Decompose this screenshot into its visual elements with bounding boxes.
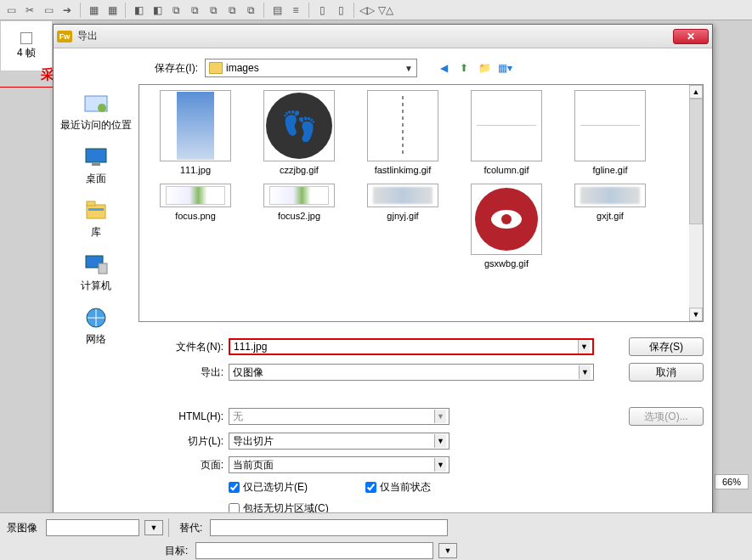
dialog-main: 保存在(I): images ▼ ◀ ⬆ 📁 ▦▾ 111.jpg 👣czzjb: [139, 48, 712, 524]
target-dropdown[interactable]: ▼: [438, 543, 457, 558]
save-in-combo[interactable]: images ▼: [205, 59, 417, 77]
filename-value: 111.jpg: [234, 341, 267, 353]
chevron-down-icon[interactable]: ▼: [579, 365, 591, 379]
tb-group3-icon[interactable]: ⧉: [206, 3, 221, 18]
scroll-down-icon[interactable]: ▼: [689, 308, 703, 321]
place-network[interactable]: 网络: [82, 305, 110, 347]
cb-label: 仅当前状态: [380, 480, 431, 495]
slice-label: 切片(L):: [139, 434, 223, 449]
chevron-down-icon[interactable]: ▼: [434, 410, 446, 423]
filename-label: 文件名(N):: [139, 340, 223, 354]
back-icon[interactable]: ◀: [436, 60, 451, 76]
network-icon: [82, 305, 110, 331]
slice-combo[interactable]: 导出切片 ▼: [229, 433, 450, 450]
tb-doc1-icon[interactable]: ▯: [314, 3, 330, 18]
zoom-display[interactable]: 66%: [715, 474, 749, 489]
file-item[interactable]: gjnyj.gif: [362, 184, 444, 269]
svg-rect-6: [88, 208, 104, 211]
up-icon[interactable]: ⬆: [456, 60, 472, 76]
cb-selected-slices[interactable]: [229, 482, 240, 493]
file-list[interactable]: 111.jpg 👣czzjbg.gif fastlinkimg.gif fcol…: [139, 84, 704, 322]
save-in-label: 保存在(I):: [139, 61, 198, 76]
scrollbar[interactable]: ▲ ▼: [689, 85, 703, 321]
file-item[interactable]: fgline.gif: [569, 90, 651, 175]
scroll-up-icon[interactable]: ▲: [689, 85, 703, 99]
tb-group1-icon[interactable]: ⧉: [168, 3, 184, 18]
html-label: HTML(H):: [139, 410, 223, 422]
frames-panel: 4 帧: [0, 20, 53, 71]
tb-grid1-icon[interactable]: ▦: [86, 3, 101, 18]
cb-current-state[interactable]: [365, 482, 376, 493]
tb-group5-icon[interactable]: ⧉: [243, 3, 258, 18]
svg-rect-4: [87, 205, 105, 218]
bg-image-label: 景图像: [7, 521, 41, 535]
places-sidebar: 最近访问的位置 桌面 库 计算机 网络: [54, 48, 139, 524]
folder-icon: [209, 62, 223, 74]
tb-align-icon[interactable]: ≡: [288, 3, 303, 18]
file-item[interactable]: fastlinkimg.gif: [362, 90, 444, 175]
place-computer[interactable]: 计算机: [81, 252, 111, 293]
alt-label: 替代:: [179, 521, 205, 535]
svg-rect-5: [87, 201, 95, 206]
cancel-button[interactable]: 取消: [629, 363, 704, 382]
export-combo[interactable]: 仅图像 ▼: [229, 364, 594, 381]
place-library[interactable]: 库: [82, 198, 110, 240]
new-folder-icon[interactable]: 📁: [477, 60, 492, 76]
tb-new-icon[interactable]: ▭: [3, 3, 19, 18]
tb-flip-h-icon[interactable]: ◁▷: [359, 3, 375, 18]
options-button[interactable]: 选项(O)...: [629, 407, 704, 426]
dialog-title: 导出: [77, 29, 673, 43]
file-item[interactable]: 👣czzjbg.gif: [258, 90, 340, 175]
place-recent[interactable]: 最近访问的位置: [60, 91, 132, 133]
file-item[interactable]: gsxwbg.gif: [466, 184, 547, 269]
place-desktop[interactable]: 桌面: [82, 144, 110, 186]
save-button[interactable]: 保存(S): [629, 337, 704, 356]
scroll-handle[interactable]: [689, 99, 703, 224]
tb-page-icon[interactable]: ▭: [41, 3, 56, 18]
chevron-down-icon: ▼: [404, 64, 413, 73]
red-line: [0, 87, 53, 88]
tb-arrow-icon[interactable]: ➔: [59, 3, 75, 18]
svg-rect-3: [92, 163, 100, 166]
location-tools: ◀ ⬆ 📁 ▦▾: [436, 60, 512, 76]
chevron-down-icon[interactable]: ▼: [434, 434, 446, 448]
view-menu-icon[interactable]: ▦▾: [497, 60, 512, 76]
html-combo[interactable]: 无 ▼: [229, 408, 450, 425]
file-item[interactable]: gxjt.gif: [569, 184, 651, 269]
library-icon: [82, 198, 110, 223]
tb-group2-icon[interactable]: ⧉: [187, 3, 202, 18]
file-item[interactable]: fcolumn.gif: [466, 90, 547, 175]
tb-grid2-icon[interactable]: ▦: [105, 3, 120, 18]
tb-cut-icon[interactable]: ✂: [22, 3, 37, 18]
dialog-titlebar: Fw 导出 ✕: [54, 25, 712, 48]
bg-image-dropdown[interactable]: ▼: [144, 520, 163, 535]
svg-rect-2: [86, 149, 106, 162]
tb-doc2-icon[interactable]: ▯: [333, 3, 348, 18]
bg-image-input[interactable]: [46, 519, 139, 536]
tb-group4-icon[interactable]: ⧉: [224, 3, 240, 18]
file-item[interactable]: 111.jpg: [155, 90, 236, 175]
target-label: 目标:: [165, 544, 190, 558]
svg-point-1: [98, 104, 106, 112]
chevron-down-icon[interactable]: ▼: [434, 458, 446, 472]
place-label: 最近访问的位置: [60, 118, 132, 133]
app-toolbar: ▭ ✂ ▭ ➔ ▦ ▦ ◧ ◧ ⧉ ⧉ ⧉ ⧉ ⧉ ▤ ≡ ▯ ▯ ◁▷ ▽△: [0, 0, 752, 20]
properties-panel: 景图像 ▼ 替代: 目标: ▼: [0, 512, 752, 560]
file-item[interactable]: focus2.jpg: [258, 184, 340, 269]
filename-input[interactable]: 111.jpg ▼: [229, 338, 594, 355]
fw-icon: Fw: [57, 31, 72, 42]
export-label: 导出:: [139, 365, 223, 380]
cb-label: 仅已选切片(E): [243, 480, 308, 495]
tb-layer2-icon[interactable]: ◧: [150, 3, 165, 18]
target-input[interactable]: [195, 542, 433, 559]
chevron-down-icon[interactable]: ▼: [578, 340, 590, 354]
tb-flip-v-icon[interactable]: ▽△: [378, 3, 393, 18]
place-label: 网络: [86, 332, 106, 347]
close-button[interactable]: ✕: [673, 29, 709, 44]
tb-props-icon[interactable]: ▤: [269, 3, 285, 18]
file-item[interactable]: focus.png: [155, 184, 236, 269]
alt-input[interactable]: [210, 519, 448, 536]
frames-label: 4 帧: [17, 46, 36, 60]
tb-layer1-icon[interactable]: ◧: [131, 3, 146, 18]
page-combo[interactable]: 当前页面 ▼: [229, 456, 450, 473]
